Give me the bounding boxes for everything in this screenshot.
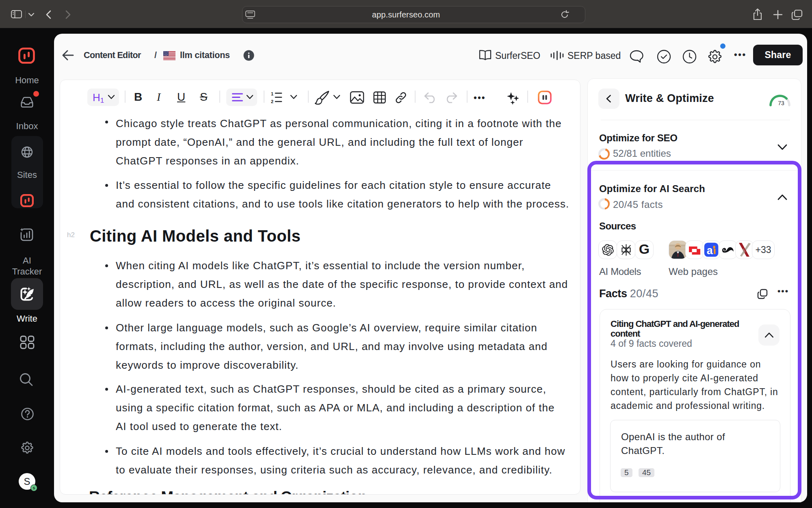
svg-text:1: 1: [271, 92, 273, 96]
svg-text:2: 2: [271, 99, 273, 103]
svg-text:73: 73: [778, 100, 784, 106]
